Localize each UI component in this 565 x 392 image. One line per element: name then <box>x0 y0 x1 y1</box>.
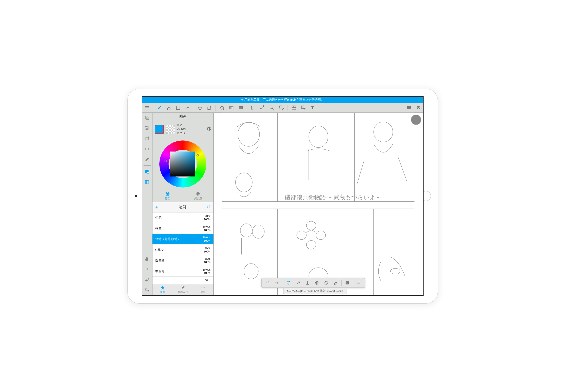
brush-list: 铅笔20px100%钢笔10.0px100%钢笔（起笔/收笔）10.0px100… <box>153 212 213 284</box>
svg-rect-24 <box>147 172 149 174</box>
rail-select[interactable] <box>142 123 152 133</box>
color-panel-title: 颜色 <box>153 113 213 121</box>
rail-ruler[interactable] <box>142 144 152 154</box>
canvas[interactable]: 磯部磯兵衛物語 ～武蔵もつらいよ～ <box>214 113 423 295</box>
rail-redo[interactable] <box>142 285 152 295</box>
sketch-content: 磯部磯兵衛物語 ～武蔵もつらいよ～ <box>214 113 423 295</box>
ft-eyedropper[interactable] <box>293 278 303 288</box>
svg-point-40 <box>238 122 259 146</box>
svg-point-50 <box>306 240 316 249</box>
side-rail <box>142 113 153 295</box>
ft-rotate-reset[interactable] <box>284 278 293 288</box>
rgb-readout: R:0 G:163 B:242 <box>177 124 186 136</box>
move-tool[interactable] <box>195 103 205 112</box>
svg-rect-10 <box>251 106 255 109</box>
rail-color[interactable] <box>142 167 152 177</box>
pointer-tool[interactable] <box>299 103 308 112</box>
svg-point-29 <box>202 288 202 288</box>
top-toolbar: T <box>142 103 423 113</box>
svg-line-51 <box>306 230 311 232</box>
rail-eyedropper[interactable] <box>142 264 152 275</box>
more-tab[interactable]: 更多 <box>193 284 213 295</box>
wand-tool[interactable] <box>258 103 267 112</box>
ft-fullscreen[interactable] <box>342 278 352 288</box>
ft-no-rotate[interactable] <box>322 278 331 288</box>
svg-line-58 <box>325 281 327 284</box>
status-bar: 5107*3612px 144dpi 40% 笔刷: 10.0px 100% <box>283 288 347 294</box>
text-tool[interactable]: T <box>308 103 317 112</box>
marquee-tool[interactable] <box>249 103 258 112</box>
color-tab[interactable]: 颜色 <box>153 190 183 202</box>
panel-fill-tool[interactable] <box>236 103 245 112</box>
rail-undo[interactable] <box>142 275 152 285</box>
svg-rect-12 <box>279 106 282 108</box>
brush-item[interactable]: G笔尖15px100% <box>153 244 213 255</box>
bucket-tool[interactable] <box>217 103 226 112</box>
primary-color-swatch[interactable] <box>155 125 164 134</box>
svg-rect-21 <box>146 129 148 130</box>
brush-panel-title: 笔刷 <box>179 205 186 210</box>
rail-panel[interactable] <box>142 177 152 187</box>
dot-brush-tool[interactable] <box>183 103 192 112</box>
svg-point-28 <box>167 193 169 195</box>
svg-rect-13 <box>292 106 294 107</box>
svg-rect-14 <box>294 106 296 107</box>
select-pen-tool[interactable] <box>267 103 277 112</box>
comment-button[interactable] <box>404 103 414 112</box>
background-color-swatch[interactable] <box>166 125 175 134</box>
transform-tool[interactable] <box>205 103 214 112</box>
eraser-tool[interactable] <box>164 103 173 112</box>
svg-rect-11 <box>270 106 272 108</box>
rail-hand[interactable] <box>142 254 152 264</box>
svg-point-49 <box>316 231 325 239</box>
hint-bar: 使用笔刷工具，可以选择各种各样的笔刷在画布上进行绘画。 <box>142 97 423 103</box>
color-settings-icon[interactable] <box>206 126 211 132</box>
svg-rect-6 <box>208 107 210 109</box>
brush-settings-tab[interactable]: 笔刷设定 <box>173 284 193 295</box>
ft-redo[interactable] <box>272 278 282 288</box>
rail-frames[interactable] <box>142 113 152 123</box>
layers-button[interactable] <box>414 103 423 112</box>
svg-rect-25 <box>145 181 149 184</box>
brush-item[interactable]: 铅笔20px100% <box>153 212 213 223</box>
frame-tool[interactable] <box>289 103 299 112</box>
svg-rect-19 <box>146 117 149 120</box>
svg-rect-9 <box>239 106 242 109</box>
brush-item[interactable]: 圆笔尖15px100% <box>153 255 213 266</box>
ft-save[interactable] <box>303 278 312 288</box>
svg-rect-22 <box>146 137 148 140</box>
svg-point-5 <box>187 107 188 108</box>
menu-button[interactable] <box>142 103 152 112</box>
svg-point-48 <box>297 231 306 239</box>
brush-item[interactable]: 50px <box>153 277 213 284</box>
rail-pencil[interactable] <box>142 154 152 165</box>
svg-text:T: T <box>311 105 314 110</box>
brush-tool[interactable] <box>155 103 164 112</box>
brush-item[interactable]: 钢笔10.0px100% <box>153 223 213 234</box>
ft-flip[interactable] <box>312 278 322 288</box>
svg-point-46 <box>252 225 264 238</box>
gradient-tool[interactable] <box>226 103 236 112</box>
brush-tab[interactable]: 笔刷 <box>153 284 173 295</box>
shape-tool[interactable] <box>173 103 183 112</box>
svg-point-55 <box>390 268 400 274</box>
ft-undo[interactable] <box>263 278 272 288</box>
color-wheel[interactable] <box>159 140 206 188</box>
ft-menu[interactable] <box>354 278 363 288</box>
svg-rect-3 <box>176 106 180 109</box>
rail-rotate[interactable] <box>142 133 152 144</box>
svg-point-56 <box>287 281 290 284</box>
select-eraser-tool[interactable] <box>277 103 286 112</box>
svg-point-43 <box>235 173 252 192</box>
tool-panel: 颜色 R:0 G:163 B:242 <box>153 113 214 295</box>
svg-rect-15 <box>292 108 296 109</box>
palette-tab[interactable]: 调色盘 <box>183 190 213 202</box>
brush-item[interactable]: 钢笔（起笔/收笔）10.0px100% <box>153 234 213 245</box>
add-brush-button[interactable]: + <box>155 204 158 210</box>
svg-line-52 <box>311 230 316 232</box>
svg-rect-18 <box>145 116 148 119</box>
brush-item[interactable]: 中空笔10.0px100% <box>153 266 213 277</box>
svg-point-30 <box>203 288 204 288</box>
ft-clear[interactable] <box>331 278 340 288</box>
sort-brushes-button[interactable] <box>207 205 210 210</box>
